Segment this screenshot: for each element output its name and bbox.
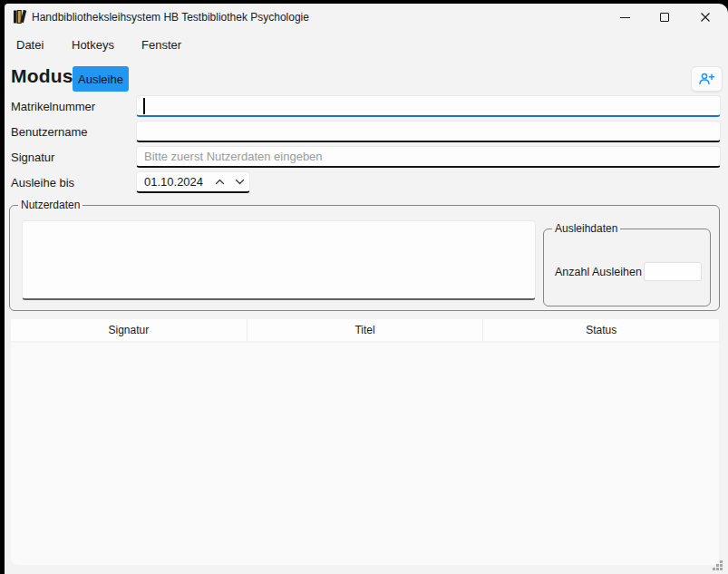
anzahl-ausleihen-input[interactable] [644, 262, 702, 281]
ausleihdaten-legend: Ausleihdaten [552, 222, 620, 235]
date-decrement-button[interactable] [229, 172, 249, 191]
close-icon [700, 12, 711, 23]
benutzername-input[interactable] [136, 121, 721, 142]
column-header-signatur[interactable]: Signatur [11, 319, 248, 341]
column-header-titel[interactable]: Titel [248, 319, 484, 341]
mode-heading: Modus [11, 65, 73, 87]
ausleihe-mode-button[interactable]: Ausleihe [73, 66, 129, 92]
anzahl-ausleihen-label: Anzahl Ausleihen [555, 266, 642, 278]
text-caret [143, 98, 145, 114]
books-icon [13, 9, 28, 24]
date-value: 01.10.2024 [137, 175, 209, 189]
ausleihe-bis-label: Ausleihe bis [11, 176, 74, 190]
benutzername-label: Benutzername [11, 125, 88, 139]
maximize-icon [660, 13, 669, 22]
menubar: Datei Hotkeys Fenster [5, 31, 728, 60]
table-header: Signatur Titel Status [11, 319, 719, 341]
chevron-down-icon [235, 179, 245, 185]
nutzerdaten-legend: Nutzerdaten [18, 199, 83, 211]
menu-item-datei[interactable]: Datei [16, 31, 44, 60]
matrikelnummer-label: Matrikelnummer [11, 100, 95, 113]
ausleihdaten-groupbox: Ausleihdaten Anzahl Ausleihen [543, 229, 711, 306]
signatur-label: Signatur [11, 151, 54, 164]
chevron-up-icon [215, 179, 225, 185]
column-header-status[interactable]: Status [483, 319, 719, 341]
matrikelnummer-input[interactable] [136, 95, 721, 117]
close-button[interactable] [685, 4, 725, 31]
table-body-empty [11, 343, 719, 565]
titlebar: Handbibliotheksleihsystem HB Testbibliot… [5, 4, 728, 31]
add-user-button[interactable] [691, 66, 723, 92]
nutzerdaten-textarea[interactable] [22, 220, 536, 300]
menu-item-fenster[interactable]: Fenster [141, 31, 181, 60]
window-title: Handbibliotheksleihsystem HB Testbibliot… [32, 4, 309, 31]
app-window: Handbibliotheksleihsystem HB Testbibliot… [5, 4, 728, 574]
maximize-button[interactable] [645, 4, 684, 31]
minimize-icon [620, 17, 630, 18]
resize-grip[interactable] [710, 558, 724, 572]
nutzerdaten-groupbox: Nutzerdaten Ausleihdaten Anzahl Ausleihe… [9, 205, 720, 311]
menu-item-hotkeys[interactable]: Hotkeys [72, 31, 114, 60]
date-increment-button[interactable] [209, 172, 229, 191]
ausleihe-bis-date-spinner[interactable]: 01.10.2024 [136, 171, 250, 193]
signatur-input[interactable] [136, 146, 721, 168]
minimize-button[interactable] [605, 4, 645, 31]
person-add-icon [698, 72, 715, 86]
